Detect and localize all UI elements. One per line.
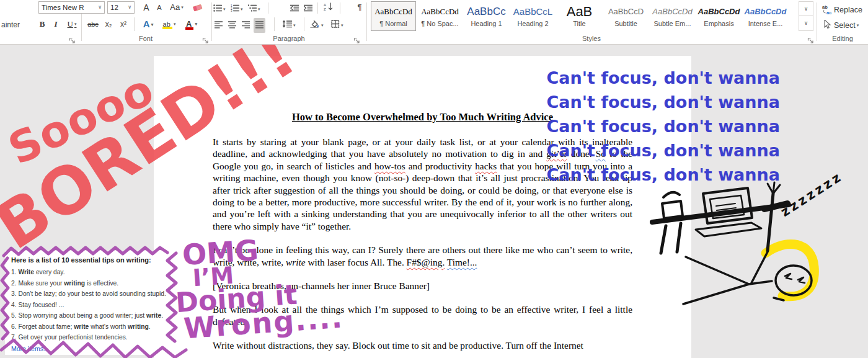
style-preview: AaBbCc [464,4,508,19]
clear-formatting-icon[interactable] [192,2,203,14]
align-center-icon[interactable] [228,20,236,31]
style-label: ¶ Normal [371,20,415,27]
svg-text:A: A [324,3,326,7]
subscript-button[interactable]: x₂ [103,17,114,31]
bullets-icon[interactable] [213,3,226,14]
sort-icon[interactable]: AZ [324,2,334,14]
style-card-h1[interactable]: AaBbCcHeading 1 [464,1,509,31]
strikethrough-button[interactable]: abc [86,17,100,31]
style-preview: AaBbCcL [511,4,555,19]
style-card-subtle[interactable]: AaBbCcDdSubtle Em... [650,1,695,31]
style-card-emphasis[interactable]: AaBbCcDdEmphasis [696,1,742,31]
stick-body [683,252,784,304]
shading-bucket-icon[interactable] [310,19,324,30]
font-dialog-launcher-icon[interactable] [202,35,209,42]
tip-item: 4. Stay focused! ... [11,302,163,308]
grow-font-button[interactable]: A [141,1,151,14]
align-right-icon[interactable] [242,20,250,31]
raised-arm [768,194,773,251]
style-label: Heading 2 [511,20,555,27]
tips-heading: Here is a list of 10 essential tips on w… [11,256,163,264]
font-size-combobox[interactable]: 12 ∨ [107,1,135,14]
style-card-subtitle[interactable]: AaBbCcDSubtitle [603,1,649,31]
line-spacing-icon[interactable] [283,19,296,30]
head [776,266,812,295]
font-color-button[interactable]: A [184,17,200,31]
yellow-hair-highlight [766,244,814,296]
tip-item: 3. Don't be lazy; do your best to avoid … [11,290,163,297]
style-label: Emphasis [697,20,741,27]
font-group-label: Font [82,35,210,42]
select-button[interactable]: Select [834,19,864,32]
svg-text:ab: ab [822,4,828,10]
handwritten-blue-line: Can't focus, don't wanna [546,90,780,114]
handwritten-purple-notes: OMGI’MDoing itWrong.... [172,231,344,342]
gallery-scroll-up-icon[interactable]: ∨ [799,1,813,16]
style-preview: AaBbCcDd [743,4,787,19]
handwritten-blue-line: Can't focus, don't wanna [546,163,780,187]
change-case-button[interactable]: Aa [169,1,185,14]
show-paragraph-marks-button[interactable]: ¶ [355,1,365,14]
style-card-title[interactable]: AaBTitle [557,1,602,31]
style-label: Heading 1 [464,20,508,27]
select-cursor-icon [823,20,833,30]
tip-item: 7. Get over your perfectionist tendencie… [11,334,163,341]
style-card-normal[interactable]: AaBbCcDd¶ Normal [371,1,416,31]
borders-icon[interactable] [331,19,343,30]
style-label: Subtitle [604,20,648,27]
justify-icon[interactable] [254,18,265,33]
clipboard-dialog-launcher-icon[interactable] [69,35,76,42]
svg-text:ac: ac [826,10,831,15]
document-paragraph: Write without distractions, they say. Bl… [213,339,632,351]
superscript-button[interactable]: x² [118,17,129,31]
font-name-value: Times New R [42,4,84,11]
multilevel-list-icon[interactable] [248,3,260,14]
styles-gallery: AaBbCcDd¶ NormalAaBbCcDd¶ No Spac...AaBb… [371,1,788,32]
more-items-link[interactable]: More items... [11,345,163,352]
style-preview: AaBbCcD [604,4,648,19]
style-preview: AaBbCcDd [371,4,415,19]
increase-indent-icon[interactable] [304,3,312,14]
sleeve-band [764,204,787,209]
bold-button[interactable]: B [37,17,47,31]
style-preview: AaBbCcDd [697,4,741,19]
text-effects-button[interactable]: A [140,17,156,31]
style-preview: AaBbCcDd [650,4,694,19]
chevron-down-icon: ∨ [98,2,102,13]
closed-eye-right [798,277,805,283]
paragraph-dialog-launcher-icon[interactable] [353,35,360,42]
format-painter-label[interactable]: ainter [1,20,20,29]
underline-button[interactable]: U [64,17,79,31]
handwritten-blue-line: Can't focus, don't wanna [546,138,780,163]
font-name-combobox[interactable]: Times New R ∨ [38,1,105,14]
tips-list: 1. Write every day.2. Make sure your wri… [11,269,163,341]
decrease-indent-icon[interactable] [290,3,299,14]
gallery-more-icon[interactable]: ∨ [799,16,813,31]
style-card-intense[interactable]: AaBbCcDdIntense E... [743,1,788,31]
style-label: Subtle Em... [650,20,694,27]
style-card-h2[interactable]: AaBbCcLHeading 2 [510,1,556,31]
replace-button[interactable]: Replace [834,4,868,16]
text-highlight-button[interactable]: ab [160,17,179,31]
writing-tips-snippet: Here is a list of 10 essential tips on w… [5,251,169,355]
italic-button[interactable]: I [52,17,60,31]
replace-icon: abac [822,4,832,14]
style-label: Title [557,20,601,27]
handwritten-blue-notes: Can't focus, don't wannaCan't focus, don… [546,66,780,187]
tip-item: 5. Stop worrying about being a good writ… [11,312,163,319]
handwritten-red-soooo: Soooo [1,64,161,175]
numbering-icon[interactable]: 123 [231,3,243,14]
tip-item: 2. Make sure your writing is effective. [11,280,163,287]
shrink-font-button[interactable]: A [155,1,164,14]
align-left-icon[interactable] [215,20,223,31]
style-card-nospace[interactable]: AaBbCcDd¶ No Spac... [417,1,463,31]
svg-text:3: 3 [231,9,232,12]
paragraph-group-label: Paragraph [212,35,366,42]
tip-item: 1. Write every day. [11,269,163,275]
font-size-value: 12 [110,4,118,11]
style-label: ¶ No Spac... [418,20,462,27]
styles-dialog-launcher-icon[interactable] [807,35,814,42]
svg-text:Z: Z [324,7,326,11]
word-application-window: ainter Times New R ∨ 12 ∨ A A Aa B I U a… [0,0,868,358]
styles-gallery-scroll: ∨ ∨ [799,1,813,31]
